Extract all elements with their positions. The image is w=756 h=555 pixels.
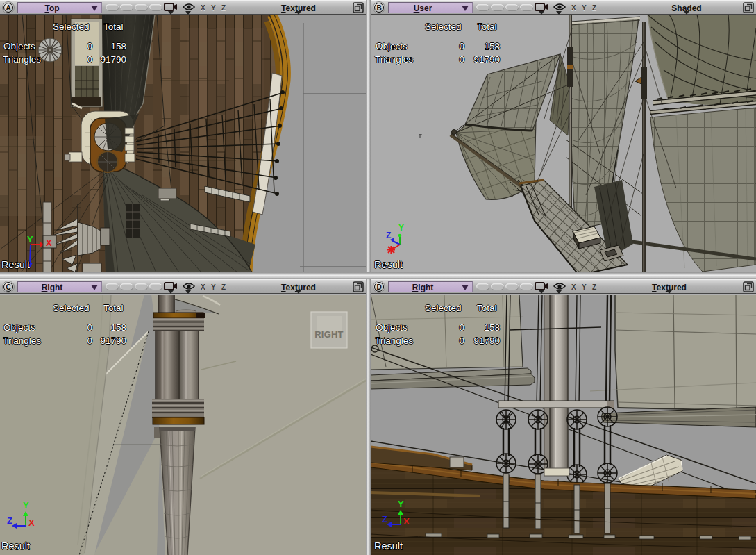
svg-text:Y: Y <box>398 499 404 509</box>
svg-text:Z: Z <box>7 515 12 526</box>
svg-text:Y: Y <box>23 500 29 511</box>
svg-text:Z: Z <box>386 231 391 240</box>
svg-text:X: X <box>28 517 35 528</box>
svg-text:Z: Z <box>382 514 387 524</box>
svg-text:RIGHT: RIGHT <box>314 329 343 340</box>
svg-text:X: X <box>46 238 52 248</box>
svg-text:Y: Y <box>27 234 33 245</box>
svg-text:Y: Y <box>398 223 404 233</box>
svg-text:X: X <box>403 516 410 527</box>
